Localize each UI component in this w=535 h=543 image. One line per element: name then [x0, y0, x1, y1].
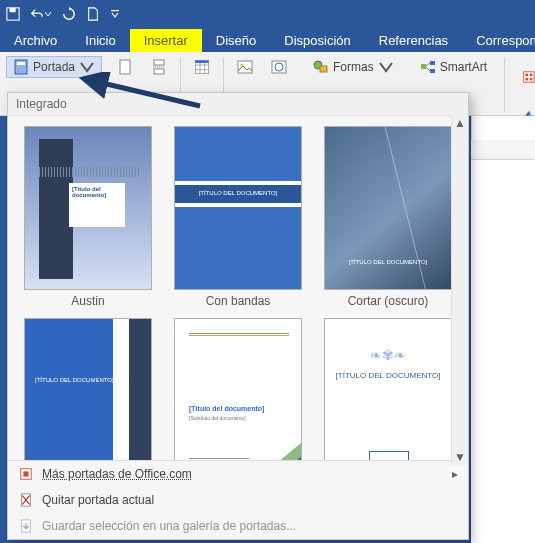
- cover-placeholder: [TÍTULO DEL DOCUMENTO]: [325, 259, 451, 265]
- cover-faceta[interactable]: [Título del documento] [Subtítulo del do…: [168, 318, 308, 460]
- svg-rect-15: [238, 61, 252, 73]
- svg-rect-20: [320, 66, 327, 72]
- formas-button[interactable]: Formas: [306, 56, 401, 78]
- svg-rect-2: [111, 10, 119, 11]
- cover-placeholder: [Título del documento]: [189, 405, 264, 412]
- svg-rect-31: [23, 471, 28, 476]
- svg-line-29: [98, 82, 200, 106]
- save-gallery-icon: [18, 518, 34, 534]
- repeat-icon[interactable]: [62, 7, 76, 21]
- document-page[interactable]: [471, 160, 535, 543]
- cover-con-bandas[interactable]: [TÍTULO DEL DOCUMENTO] Con bandas: [168, 126, 308, 308]
- tab-inicio[interactable]: Inicio: [71, 29, 129, 52]
- cover-placeholder: [TÍTULO DEL DOCUMENTO]: [175, 185, 301, 203]
- cover-gallery: [Título del documento] Austin [TÍTULO DE…: [8, 116, 468, 460]
- svg-rect-28: [530, 78, 533, 81]
- svg-rect-25: [526, 74, 529, 77]
- ornament-icon: ❧✾❧: [325, 347, 451, 363]
- more-covers-item[interactable]: Más portadas de Office.com ▸: [8, 461, 468, 487]
- smartart-button[interactable]: SmartArt: [413, 56, 494, 78]
- new-doc-icon[interactable]: [86, 7, 100, 21]
- tab-disposicion[interactable]: Disposición: [270, 29, 364, 52]
- cover-placeholder: [Título del documento]: [72, 186, 122, 198]
- gallery-scrollbar[interactable]: ▲ ▼: [451, 115, 468, 465]
- svg-rect-23: [430, 69, 435, 73]
- cover-label: Austin: [71, 294, 104, 308]
- online-pictures-button[interactable]: [268, 56, 290, 78]
- quick-access-toolbar: [0, 0, 535, 28]
- svg-rect-1: [10, 8, 16, 12]
- horizontal-ruler: [471, 140, 535, 160]
- tab-referencias[interactable]: Referencias: [365, 29, 462, 52]
- portada-dropdown: Integrado [Título del documento] Austin …: [7, 92, 469, 540]
- svg-rect-27: [526, 78, 529, 81]
- submenu-arrow-icon: ▸: [452, 467, 458, 481]
- more-covers-label: Más portadas de Office.com: [42, 467, 192, 481]
- formas-label: Formas: [333, 60, 374, 74]
- qat-customize-icon[interactable]: [110, 9, 120, 19]
- cover-filigrana[interactable]: ❧✾❧ [TÍTULO DEL DOCUMENTO] Filigrana: [318, 318, 458, 460]
- svg-rect-24: [524, 72, 534, 82]
- svg-rect-6: [154, 60, 164, 65]
- scroll-down-icon[interactable]: ▼: [453, 449, 468, 465]
- pictures-button[interactable]: [234, 56, 256, 78]
- undo-icon[interactable]: [30, 7, 52, 21]
- svg-rect-21: [421, 64, 426, 69]
- office-icon: [18, 466, 34, 482]
- dropdown-footer: Más portadas de Office.com ▸ Quitar port…: [8, 460, 468, 539]
- annotation-arrow: [50, 72, 210, 122]
- cover-cortar-oscuro[interactable]: [TÍTULO DEL DOCUMENTO] Cortar (oscuro): [318, 126, 458, 308]
- save-selection-item[interactable]: Guardar selección en una galería de port…: [8, 513, 468, 539]
- remove-cover-label: Quitar portada actual: [42, 493, 154, 507]
- svg-rect-4: [17, 62, 25, 65]
- tab-archivo[interactable]: Archivo: [0, 29, 71, 52]
- smartart-label: SmartArt: [440, 60, 487, 74]
- cover-label: Con bandas: [206, 294, 271, 308]
- save-icon[interactable]: [6, 7, 20, 21]
- cover-cuadricula[interactable]: [TÍTULO DEL DOCUMENTO] Cuadrícula: [18, 318, 158, 460]
- cover-austin[interactable]: [Título del documento] Austin: [18, 126, 158, 308]
- cover-label: Cortar (oscuro): [348, 294, 429, 308]
- cover-subtitle: [Subtítulo del documento]: [189, 415, 246, 421]
- obtener-button[interactable]: Obtener c: [515, 60, 535, 94]
- ruler-corner: [471, 116, 535, 140]
- remove-cover-icon: [18, 492, 34, 508]
- svg-rect-22: [430, 61, 435, 65]
- svg-rect-14: [195, 60, 208, 63]
- tab-insertar[interactable]: Insertar: [130, 29, 202, 52]
- scroll-up-icon[interactable]: ▲: [453, 115, 468, 131]
- tab-diseno[interactable]: Diseño: [202, 29, 270, 52]
- ribbon-tabs: Archivo Inicio Insertar Diseño Disposici…: [0, 28, 535, 52]
- remove-cover-item[interactable]: Quitar portada actual: [8, 487, 468, 513]
- cover-placeholder: [TÍTULO DEL DOCUMENTO]: [35, 377, 114, 383]
- save-selection-label: Guardar selección en una galería de port…: [42, 519, 296, 533]
- cover-placeholder: [TÍTULO DEL DOCUMENTO]: [325, 371, 451, 380]
- svg-rect-26: [530, 74, 533, 77]
- tab-correspondencia[interactable]: Correspondencia: [462, 29, 535, 52]
